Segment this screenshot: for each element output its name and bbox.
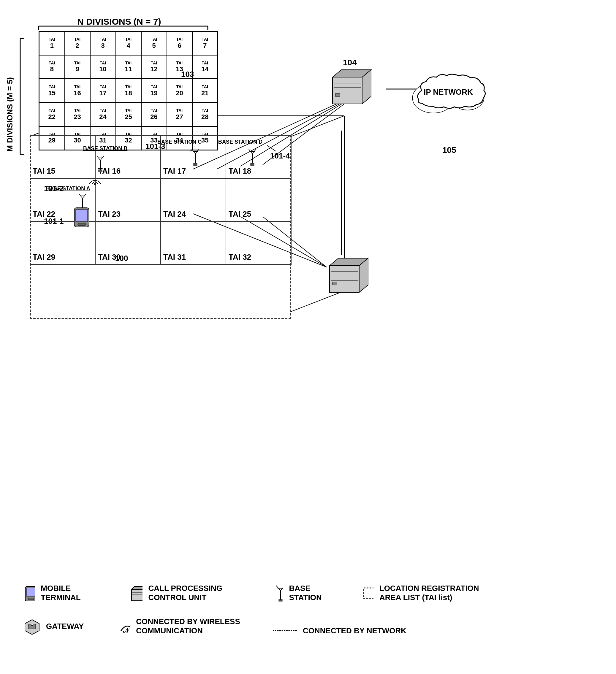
base-station-b-label: BASE STATION B bbox=[83, 145, 127, 152]
tai-cell-tai16: TAI16 bbox=[65, 79, 90, 103]
bottom-cell-tai32: TAI 32 bbox=[226, 221, 291, 264]
main-diagram: N DIVISIONS (N = 7) M DIVISIONS (M = 5) … bbox=[0, 0, 616, 674]
mobile-terminal-icon bbox=[71, 205, 92, 229]
bottom-cell-tai24: TAI 24 bbox=[161, 179, 226, 221]
tai-cell-tai8: TAI8 bbox=[39, 55, 65, 79]
legend-network-icon bbox=[273, 628, 297, 634]
tai-cell-tai12: TAI12 bbox=[141, 55, 167, 79]
server-102-icon bbox=[324, 254, 371, 301]
bottom-cell-tai15: TAI 15 bbox=[30, 135, 95, 179]
ref-105-label: 105 bbox=[442, 145, 456, 155]
svg-point-68 bbox=[94, 183, 96, 185]
legend-dashed-icon bbox=[362, 586, 374, 600]
legend-row-1: MOBILE TERMINAL CALL PROCESSING CONTROL … bbox=[24, 584, 249, 602]
tai-cell-tai1: TAI1 bbox=[39, 31, 65, 55]
tai-cell-tai9: TAI9 bbox=[65, 55, 90, 79]
tai-cell-tai21: TAI21 bbox=[192, 79, 218, 103]
tai-cell-tai18: TAI18 bbox=[116, 79, 141, 103]
m-divisions-label: M DIVISIONS (M = 5) bbox=[5, 77, 14, 152]
legend-wireless-icon: 𝒩 bbox=[119, 620, 130, 633]
tai-cell-tai15: TAI15 bbox=[39, 79, 65, 103]
svg-rect-67 bbox=[78, 223, 86, 226]
ref-103-label: 103 bbox=[181, 70, 194, 79]
legend-mobile-icon bbox=[24, 585, 35, 601]
svg-point-85 bbox=[31, 624, 33, 626]
tai-cell-tai3: TAI3 bbox=[90, 31, 116, 55]
server-104-icon bbox=[326, 65, 374, 113]
legend-server-icon bbox=[130, 585, 142, 601]
base-station-c-label: BASE STATION C bbox=[157, 139, 202, 145]
server-102 bbox=[324, 254, 371, 301]
bottom-cell-tai25: TAI 25 bbox=[226, 179, 291, 221]
tai-cell-tai28: TAI28 bbox=[192, 103, 218, 126]
n-divisions-label: N DIVISIONS (N = 7) bbox=[77, 17, 161, 27]
svg-rect-70 bbox=[26, 588, 35, 596]
base-station-d-label: BASE STATION D bbox=[218, 139, 263, 145]
base-station-c-icon bbox=[189, 148, 201, 165]
svg-rect-38 bbox=[332, 282, 337, 285]
legend-gateway: GATEWAY bbox=[24, 618, 84, 635]
svg-rect-59 bbox=[250, 163, 254, 165]
tai-cell-tai11: TAI11 bbox=[116, 55, 141, 79]
legend-row-4: CONNECTED BY NETWORK bbox=[273, 617, 499, 644]
bottom-cell-tai23: TAI 23 bbox=[95, 179, 161, 221]
tai-cell-tai25: TAI25 bbox=[116, 103, 141, 126]
ip-network-label: IP NETWORK bbox=[419, 88, 478, 97]
tai-cell-tai24: TAI24 bbox=[90, 103, 116, 126]
tai-cell-tai2: TAI2 bbox=[65, 31, 90, 55]
base-station-a-label: BASE STATION A bbox=[46, 186, 90, 192]
tai-cell-tai23: TAI23 bbox=[65, 103, 90, 126]
svg-rect-32 bbox=[329, 266, 359, 292]
svg-rect-25 bbox=[332, 77, 362, 104]
svg-text:𝒩: 𝒩 bbox=[123, 627, 130, 633]
legend-row-3: GATEWAY 𝒩 CONNECTED BY WIRELESS COMMUNIC… bbox=[24, 617, 249, 636]
legend: MOBILE TERMINAL CALL PROCESSING CONTROL … bbox=[24, 584, 499, 644]
legend-gateway-icon bbox=[24, 618, 40, 635]
tai-grid-wrapper: TAI1TAI2TAI3TAI4TAI5TAI6TAI7TAI8TAI9TAI1… bbox=[38, 31, 218, 150]
wireless-b-symbol bbox=[86, 175, 104, 187]
svg-rect-71 bbox=[28, 598, 34, 600]
svg-marker-73 bbox=[131, 586, 142, 589]
tai-cell-tai27: TAI27 bbox=[167, 103, 192, 126]
svg-rect-66 bbox=[76, 210, 88, 221]
base-station-d-icon bbox=[246, 148, 258, 165]
tai-cell-tai6: TAI6 bbox=[167, 31, 192, 55]
tai-cell-tai20: TAI20 bbox=[167, 79, 192, 103]
svg-rect-82 bbox=[364, 588, 374, 598]
tai-cell-tai4: TAI4 bbox=[116, 31, 141, 55]
svg-rect-49 bbox=[99, 170, 102, 172]
svg-line-20 bbox=[291, 116, 344, 136]
legend-network-connection: CONNECTED BY NETWORK bbox=[273, 626, 406, 636]
legend-base-station: BASE STATION bbox=[273, 584, 326, 602]
legend-mobile-terminal: MOBILE TERMINAL bbox=[24, 584, 94, 602]
bottom-cell-tai30: TAI 30 bbox=[95, 221, 161, 264]
legend-antenna-icon bbox=[273, 584, 283, 602]
tai-cell-tai10: TAI10 bbox=[90, 55, 116, 79]
server-104 bbox=[326, 65, 374, 113]
tai-grid-table: TAI1TAI2TAI3TAI4TAI5TAI6TAI7TAI8TAI9TAI1… bbox=[38, 31, 218, 150]
legend-tai-list: LOCATION REGISTRATION AREA LIST (TAI lis… bbox=[362, 584, 499, 602]
tai-cell-tai26: TAI26 bbox=[141, 103, 167, 126]
base-station-b-icon bbox=[94, 154, 106, 172]
ip-network-cloud: IP NETWORK bbox=[410, 71, 487, 113]
svg-rect-72 bbox=[131, 589, 142, 601]
bottom-cell-tai31: TAI 31 bbox=[161, 221, 226, 264]
svg-rect-54 bbox=[194, 163, 197, 165]
svg-rect-81 bbox=[279, 599, 282, 601]
tai-cell-tai19: TAI19 bbox=[141, 79, 167, 103]
tai-cell-tai14: TAI14 bbox=[192, 55, 218, 79]
svg-rect-31 bbox=[335, 94, 340, 97]
legend-call-processing: CALL PROCESSING CONTROL UNIT bbox=[130, 584, 249, 602]
tai-cell-tai5: TAI5 bbox=[141, 31, 167, 55]
tai-cell-tai17: TAI17 bbox=[90, 79, 116, 103]
tai-cell-tai22: TAI22 bbox=[39, 103, 65, 126]
tai-cell-tai7: TAI7 bbox=[192, 31, 218, 55]
legend-row-2: BASE STATION LOCATION REGISTRATION AREA … bbox=[273, 584, 499, 602]
legend-wireless: 𝒩 CONNECTED BY WIRELESS COMMUNICATION bbox=[119, 617, 249, 636]
